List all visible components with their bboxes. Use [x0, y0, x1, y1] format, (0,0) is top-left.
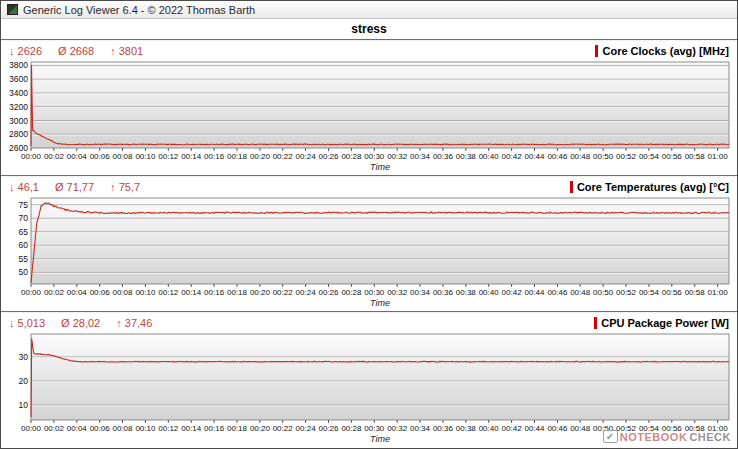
- chart-title: Core Clocks (avg) [MHz]: [602, 45, 729, 57]
- svg-text:00:12: 00:12: [158, 424, 179, 433]
- svg-text:00:52: 00:52: [616, 424, 637, 433]
- svg-text:2800: 2800: [9, 129, 28, 139]
- svg-text:00:28: 00:28: [341, 288, 362, 297]
- svg-text:00:26: 00:26: [318, 424, 339, 433]
- svg-text:00:18: 00:18: [227, 152, 248, 161]
- svg-text:00:08: 00:08: [112, 288, 133, 297]
- chart-legend: Core Temperatures (avg) [°C]: [570, 181, 729, 193]
- page-title: stress: [351, 22, 386, 36]
- svg-text:00:50: 00:50: [593, 288, 614, 297]
- svg-text:00:44: 00:44: [524, 288, 545, 297]
- svg-text:00:06: 00:06: [90, 288, 111, 297]
- cpu-package-power-chart-plot[interactable]: 10203000:0000:0200:0400:0600:0800:1000:1…: [1, 331, 738, 446]
- svg-text:01:00: 01:00: [708, 152, 729, 161]
- svg-text:3400: 3400: [9, 88, 28, 98]
- svg-text:00:16: 00:16: [204, 152, 225, 161]
- legend-color-bar: [570, 181, 573, 193]
- svg-text:50: 50: [19, 267, 29, 277]
- svg-text:00:40: 00:40: [479, 152, 500, 161]
- svg-text:00:50: 00:50: [593, 152, 614, 161]
- svg-text:00:42: 00:42: [502, 288, 523, 297]
- max-stat: ↑ 3801: [110, 45, 143, 57]
- svg-text:70: 70: [19, 213, 29, 223]
- svg-text:Time: Time: [370, 434, 390, 444]
- svg-text:00:16: 00:16: [204, 288, 225, 297]
- stats-row: ↓ 46,1 Ø 71,77 ↑ 75,7 Core Temperatures …: [1, 178, 737, 195]
- min-stat: ↓ 2626: [9, 45, 42, 57]
- core-temperatures-chart-plot[interactable]: 50556065707500:0000:0200:0400:0600:0800:…: [1, 195, 738, 310]
- svg-text:00:38: 00:38: [456, 152, 477, 161]
- svg-text:00:22: 00:22: [273, 424, 294, 433]
- svg-text:65: 65: [19, 227, 29, 237]
- svg-text:00:46: 00:46: [547, 288, 568, 297]
- svg-text:00:06: 00:06: [90, 424, 111, 433]
- svg-text:00:40: 00:40: [479, 424, 500, 433]
- chart-legend: Core Clocks (avg) [MHz]: [595, 45, 729, 57]
- svg-text:00:38: 00:38: [456, 424, 477, 433]
- svg-text:00:10: 00:10: [135, 152, 156, 161]
- svg-text:00:20: 00:20: [250, 424, 271, 433]
- svg-text:00:28: 00:28: [341, 152, 362, 161]
- svg-text:00:56: 00:56: [662, 152, 683, 161]
- chart-title: Core Temperatures (avg) [°C]: [577, 181, 729, 193]
- max-stat: ↑ 37,46: [116, 317, 152, 329]
- legend-color-bar: [594, 317, 597, 329]
- svg-text:00:36: 00:36: [433, 152, 454, 161]
- svg-text:01:00: 01:00: [708, 424, 729, 433]
- svg-text:3800: 3800: [9, 60, 28, 70]
- svg-text:00:30: 00:30: [364, 152, 385, 161]
- svg-text:00:02: 00:02: [44, 288, 65, 297]
- title-bar[interactable]: Generic Log Viewer 6.4 - © 2022 Thomas B…: [1, 1, 737, 19]
- svg-text:00:48: 00:48: [570, 152, 591, 161]
- svg-text:00:56: 00:56: [662, 288, 683, 297]
- svg-text:Time: Time: [370, 162, 390, 172]
- svg-text:00:46: 00:46: [547, 152, 568, 161]
- svg-text:00:54: 00:54: [639, 288, 660, 297]
- svg-text:00:12: 00:12: [158, 152, 179, 161]
- svg-text:00:30: 00:30: [364, 424, 385, 433]
- svg-text:00:10: 00:10: [135, 424, 156, 433]
- svg-text:00:02: 00:02: [44, 152, 65, 161]
- svg-text:00:32: 00:32: [387, 424, 408, 433]
- avg-stat: Ø 2668: [58, 45, 94, 57]
- svg-text:00:20: 00:20: [250, 152, 271, 161]
- svg-text:3000: 3000: [9, 116, 28, 126]
- chart-section-cpu-package-power: ↓ 5,013 Ø 28,02 ↑ 37,46 CPU Package Powe…: [1, 313, 737, 447]
- page-header: stress: [1, 19, 737, 39]
- svg-text:00:50: 00:50: [593, 424, 614, 433]
- svg-text:00:38: 00:38: [456, 288, 477, 297]
- svg-text:00:42: 00:42: [502, 152, 523, 161]
- svg-text:75: 75: [19, 200, 29, 210]
- svg-text:30: 30: [19, 352, 29, 362]
- svg-text:00:20: 00:20: [250, 288, 271, 297]
- stats-row: ↓ 2626 Ø 2668 ↑ 3801 Core Clocks (avg) […: [1, 42, 737, 59]
- svg-text:00:10: 00:10: [135, 288, 156, 297]
- svg-text:00:34: 00:34: [410, 152, 431, 161]
- chart-title: CPU Package Power [W]: [601, 317, 729, 329]
- svg-text:00:02: 00:02: [44, 424, 65, 433]
- window-title: Generic Log Viewer 6.4 - © 2022 Thomas B…: [23, 4, 255, 16]
- core-clocks-chart-plot[interactable]: 260028003000320034003600380000:0000:0200…: [1, 59, 738, 174]
- svg-text:00:22: 00:22: [273, 288, 294, 297]
- chart-section-core-temperatures: ↓ 46,1 Ø 71,77 ↑ 75,7 Core Temperatures …: [1, 177, 737, 311]
- svg-text:00:26: 00:26: [318, 288, 339, 297]
- svg-text:00:44: 00:44: [524, 424, 545, 433]
- svg-text:00:08: 00:08: [112, 424, 133, 433]
- svg-text:00:24: 00:24: [296, 152, 317, 161]
- svg-text:00:52: 00:52: [616, 152, 637, 161]
- svg-text:00:18: 00:18: [227, 288, 248, 297]
- svg-text:00:24: 00:24: [296, 288, 317, 297]
- svg-text:00:54: 00:54: [639, 152, 660, 161]
- svg-text:20: 20: [19, 376, 29, 386]
- svg-text:00:40: 00:40: [479, 288, 500, 297]
- chart-section-core-clocks: ↓ 2626 Ø 2668 ↑ 3801 Core Clocks (avg) […: [1, 41, 737, 175]
- svg-text:60: 60: [19, 240, 29, 250]
- svg-text:00:32: 00:32: [387, 288, 408, 297]
- svg-text:00:34: 00:34: [410, 288, 431, 297]
- svg-text:00:58: 00:58: [685, 288, 706, 297]
- svg-text:00:30: 00:30: [364, 288, 385, 297]
- svg-text:00:28: 00:28: [341, 424, 362, 433]
- generic-log-viewer-window: Generic Log Viewer 6.4 - © 2022 Thomas B…: [0, 0, 738, 449]
- svg-text:00:00: 00:00: [21, 152, 42, 161]
- svg-text:00:36: 00:36: [433, 424, 454, 433]
